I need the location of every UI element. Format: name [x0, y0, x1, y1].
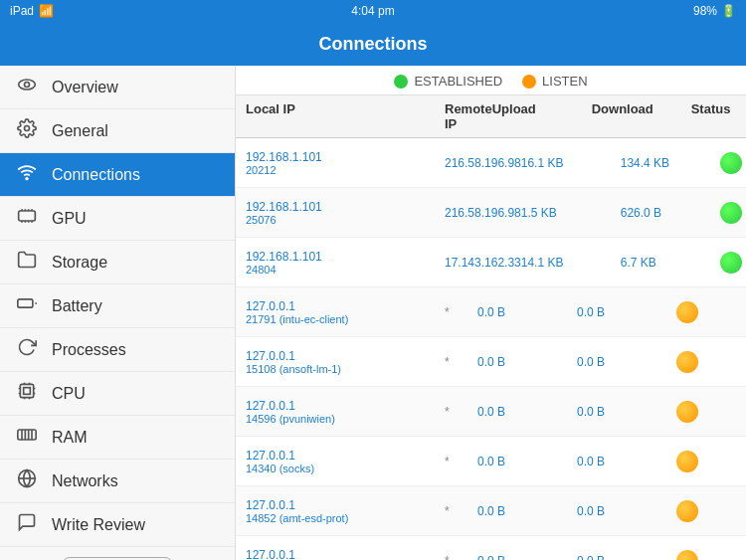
- cell-upload: 0.0 B: [477, 554, 577, 561]
- cell-upload: 16.1 KB: [521, 156, 621, 170]
- sidebar-item-label: Processes: [52, 341, 126, 359]
- cell-download: 0.0 B: [577, 355, 676, 369]
- cell-upload: 0.0 B: [477, 504, 577, 518]
- svg-rect-7: [24, 388, 31, 395]
- table-row: 192.168.1.101 25076 216.58.196.98 1.5 KB…: [236, 188, 746, 238]
- table-row: 127.0.0.1 15108 (ansoft-lm-1) * 0.0 B 0.…: [236, 337, 746, 387]
- battery-icon: [16, 293, 38, 318]
- cell-upload: 0.0 B: [477, 305, 577, 319]
- cell-local-ip: 127.0.0.1 14596 (pvuniwien): [246, 399, 445, 425]
- cell-status: [720, 252, 746, 274]
- cell-status: [676, 550, 736, 561]
- cell-status: [676, 301, 736, 323]
- globe-icon: [16, 468, 38, 493]
- col-upload: Upload: [492, 101, 592, 131]
- listen-dot: [522, 75, 536, 89]
- cell-upload: 14.1 KB: [521, 256, 621, 270]
- sidebar-footer: powered by SysTools®: [0, 547, 235, 560]
- sidebar-item-connections[interactable]: Connections: [0, 153, 235, 197]
- cell-status: [676, 401, 736, 423]
- svg-rect-4: [19, 211, 36, 221]
- cell-remote-ip: *: [445, 554, 477, 561]
- sidebar-item-write-review[interactable]: Write Review: [0, 503, 235, 547]
- col-remote-ip: Remote IP: [445, 101, 492, 131]
- cell-status: [676, 351, 736, 373]
- table-row: 127.0.0.1 32798 * 0.0 B 0.0 B: [236, 536, 746, 560]
- col-local-ip: Local IP: [246, 101, 445, 131]
- established-dot: [394, 75, 408, 89]
- cell-status: [676, 451, 736, 472]
- sidebar-item-networks[interactable]: Networks: [0, 460, 235, 503]
- cell-local-ip: 192.168.1.101 20212: [246, 150, 445, 176]
- sidebar-item-label: RAM: [52, 429, 88, 447]
- cell-download: 134.4 KB: [621, 156, 720, 170]
- cell-local-ip: 127.0.0.1 15108 (ansoft-lm-1): [246, 349, 445, 375]
- table-row: 192.168.1.101 24804 17.143.162.33 14.1 K…: [236, 238, 746, 287]
- sidebar-item-cpu[interactable]: CPU: [0, 372, 235, 416]
- sidebar-item-storage[interactable]: Storage: [0, 241, 235, 284]
- svg-rect-6: [20, 384, 33, 397]
- cell-remote-ip: *: [445, 455, 477, 468]
- col-status: Status: [691, 101, 746, 131]
- header-title: Connections: [318, 34, 427, 55]
- cell-download: 0.0 B: [577, 554, 676, 561]
- sidebar-item-ram[interactable]: RAM: [0, 416, 235, 460]
- legend-listen: LISTEN: [522, 74, 588, 89]
- cell-download: 626.0 B: [621, 206, 720, 220]
- table-row: 127.0.0.1 14852 (amt-esd-prot) * 0.0 B 0…: [236, 486, 746, 536]
- sidebar-item-general[interactable]: General: [0, 109, 235, 153]
- cpu-icon: [16, 381, 38, 406]
- status-bar-left: iPad 📶: [10, 4, 54, 18]
- cell-status: [720, 202, 746, 224]
- sidebar-item-gpu[interactable]: GPU: [0, 197, 235, 241]
- status-indicator: [676, 401, 698, 423]
- svg-point-2: [25, 126, 30, 131]
- wifi-icon: [16, 162, 38, 187]
- status-bar-right: 98% 🔋: [693, 4, 736, 18]
- cell-remote-ip: 216.58.196.98: [445, 206, 521, 220]
- content-area: ESTABLISHED LISTEN Local IP Remote IP Up…: [236, 66, 746, 560]
- eye-icon: [16, 75, 38, 99]
- status-indicator: [720, 152, 742, 174]
- cell-remote-ip: *: [445, 504, 477, 518]
- sidebar-item-overview[interactable]: Overview: [0, 66, 235, 109]
- cell-upload: 0.0 B: [477, 455, 577, 468]
- ram-icon: [16, 425, 38, 450]
- cell-remote-ip: *: [445, 355, 477, 369]
- svg-rect-5: [18, 299, 33, 307]
- sidebar-item-label: Battery: [52, 297, 102, 315]
- legend-established: ESTABLISHED: [394, 74, 502, 89]
- battery-label: 98%: [693, 4, 717, 18]
- status-bar: iPad 📶 4:04 pm 98% 🔋: [0, 0, 746, 22]
- sidebar-item-label: GPU: [52, 210, 87, 228]
- status-indicator: [720, 252, 742, 274]
- sidebar-item-processes[interactable]: Processes: [0, 328, 235, 372]
- cell-download: 0.0 B: [577, 305, 676, 319]
- cell-remote-ip: *: [445, 405, 477, 419]
- status-indicator: [676, 500, 698, 522]
- device-label: iPad: [10, 4, 34, 18]
- wifi-icon: 📶: [39, 4, 54, 18]
- sidebar-item-battery[interactable]: Battery: [0, 284, 235, 328]
- table-body: 192.168.1.101 20212 216.58.196.98 16.1 K…: [236, 138, 746, 560]
- table-row: 127.0.0.1 14596 (pvuniwien) * 0.0 B 0.0 …: [236, 387, 746, 437]
- cell-local-ip: 192.168.1.101 24804: [246, 250, 445, 276]
- table-row: 127.0.0.1 21791 (intu-ec-client) * 0.0 B…: [236, 287, 746, 337]
- sidebar-item-label: Write Review: [52, 516, 145, 534]
- svg-rect-16: [18, 430, 36, 440]
- cell-status: [720, 152, 746, 174]
- sidebar-item-label: Networks: [52, 472, 118, 490]
- col-download: Download: [592, 101, 691, 131]
- sidebar-item-label: Overview: [52, 79, 118, 96]
- cell-local-ip: 127.0.0.1 32798: [246, 548, 445, 561]
- gpu-icon: [16, 206, 38, 231]
- cell-upload: 1.5 KB: [521, 206, 621, 220]
- cell-upload: 0.0 B: [477, 355, 577, 369]
- review-icon: [16, 512, 38, 537]
- main-layout: Overview General Connections GPU Storage: [0, 66, 746, 560]
- svg-point-1: [25, 83, 30, 88]
- status-indicator: [676, 550, 698, 561]
- cell-upload: 0.0 B: [477, 405, 577, 419]
- folder-icon: [16, 250, 38, 275]
- legend-bar: ESTABLISHED LISTEN: [236, 66, 746, 95]
